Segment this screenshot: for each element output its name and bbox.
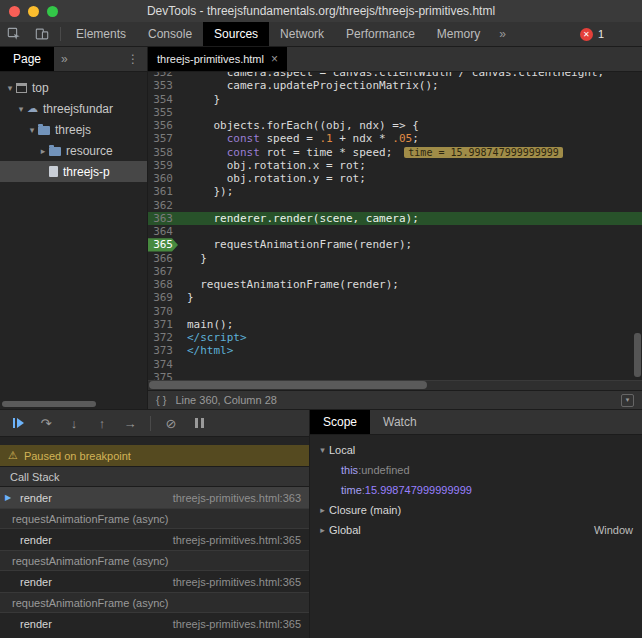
line-number[interactable]: 368 bbox=[148, 278, 178, 291]
call-stack-frame[interactable]: renderthreejs-primitives.html:365 bbox=[0, 613, 309, 634]
tab-watch[interactable]: Watch bbox=[370, 410, 430, 434]
resume-button[interactable] bbox=[4, 410, 32, 436]
pretty-print-button[interactable]: { } bbox=[156, 394, 166, 406]
tab-elements[interactable]: Elements bbox=[65, 22, 137, 46]
disclosure-closed-icon[interactable]: ▸ bbox=[316, 525, 329, 535]
close-tab-icon[interactable]: × bbox=[271, 52, 278, 66]
code-text[interactable] bbox=[178, 305, 187, 318]
line-number[interactable]: 355 bbox=[148, 106, 178, 119]
error-badge[interactable]: ✕ 1 bbox=[580, 22, 642, 46]
line-number[interactable]: 356 bbox=[148, 119, 178, 132]
deactivate-breakpoints-button[interactable]: ⊘ bbox=[157, 410, 185, 436]
tree-item-resources-folder[interactable]: ▸resource bbox=[0, 140, 147, 161]
tree-item-threejs-folder[interactable]: ▾threejs bbox=[0, 119, 147, 140]
editor-horizontal-scrollbar[interactable] bbox=[148, 380, 642, 390]
code-text[interactable] bbox=[178, 225, 187, 238]
code-text[interactable]: main(); bbox=[178, 318, 233, 331]
call-stack-async-row[interactable]: requestAnimationFrame (async) bbox=[0, 592, 309, 613]
code-text[interactable]: objects.forEach((obj, ndx) => { bbox=[178, 119, 419, 132]
line-number[interactable]: 358 bbox=[148, 146, 178, 159]
line-number[interactable]: 352 bbox=[148, 72, 178, 79]
navigator-menu-icon[interactable]: ⋮ bbox=[127, 52, 140, 66]
disclosure-open-icon[interactable]: ▾ bbox=[15, 104, 27, 114]
code-text[interactable] bbox=[178, 265, 187, 278]
tree-item-current-file[interactable]: threejs-p bbox=[0, 161, 147, 182]
code-text[interactable] bbox=[178, 106, 187, 119]
editor-vertical-scrollbar[interactable] bbox=[634, 333, 641, 377]
line-number[interactable]: 357 bbox=[148, 132, 178, 145]
code-text[interactable]: } bbox=[178, 291, 194, 304]
line-number[interactable]: 373 bbox=[148, 344, 178, 357]
line-number[interactable]: 369 bbox=[148, 291, 178, 304]
code-text[interactable] bbox=[178, 199, 187, 212]
disclosure-open-icon[interactable]: ▾ bbox=[316, 445, 329, 455]
breakpoint-marker[interactable]: 365 bbox=[148, 238, 178, 251]
editor-tab-threejs-primitives[interactable]: threejs-primitives.html × bbox=[148, 47, 287, 71]
line-number[interactable]: 363 bbox=[148, 212, 178, 225]
navigator-more-tabs-chevron-icon[interactable]: » bbox=[61, 52, 68, 66]
code-editor[interactable]: 352 camera.aspect = canvas.clientWidth /… bbox=[148, 72, 642, 390]
code-text[interactable]: const rot = time * speed;time = 15.99874… bbox=[178, 146, 563, 159]
line-number[interactable]: 364 bbox=[148, 225, 178, 238]
tab-network[interactable]: Network bbox=[269, 22, 335, 46]
minimize-window-button[interactable] bbox=[28, 6, 39, 17]
code-text[interactable]: camera.aspect = canvas.clientWidth / can… bbox=[178, 72, 604, 79]
call-stack-frame[interactable]: renderthreejs-primitives.html:365 bbox=[0, 571, 309, 592]
line-number[interactable]: 354 bbox=[148, 93, 178, 106]
line-number[interactable]: 360 bbox=[148, 172, 178, 185]
code-text[interactable]: } bbox=[178, 93, 220, 106]
zoom-window-button[interactable] bbox=[47, 6, 58, 17]
editor-overflow-menu-icon[interactable]: ▾ bbox=[621, 394, 634, 407]
code-text[interactable]: renderer.render(scene, camera); bbox=[178, 212, 419, 225]
call-stack-frame[interactable]: ▶renderthreejs-primitives.html:363 bbox=[0, 487, 309, 508]
line-number[interactable]: 371 bbox=[148, 318, 178, 331]
line-number[interactable]: 372 bbox=[148, 331, 178, 344]
tab-performance[interactable]: Performance bbox=[335, 22, 426, 46]
tab-console[interactable]: Console bbox=[137, 22, 203, 46]
code-text[interactable]: camera.updateProjectionMatrix(); bbox=[178, 79, 439, 92]
disclosure-closed-icon[interactable]: ▸ bbox=[316, 505, 329, 515]
more-panels-chevron-icon[interactable]: » bbox=[491, 22, 514, 46]
line-number[interactable]: 367 bbox=[148, 265, 178, 278]
step-button[interactable]: → bbox=[116, 410, 144, 436]
call-stack-frame[interactable]: renderthreejs-primitives.html:365 bbox=[0, 529, 309, 550]
code-text[interactable]: } bbox=[178, 252, 207, 265]
scope-variable-time[interactable]: time: 15.998747999999999 bbox=[310, 480, 642, 500]
scope-section-closure-main[interactable]: ▸Closure (main) bbox=[310, 500, 642, 520]
line-number[interactable]: 361 bbox=[148, 185, 178, 198]
scope-section-local[interactable]: ▾Local bbox=[310, 440, 642, 460]
tree-item-origin[interactable]: ▾☁threejsfundar bbox=[0, 98, 147, 119]
call-stack-header[interactable]: Call Stack bbox=[0, 466, 309, 487]
step-over-button[interactable]: ↷ bbox=[32, 410, 60, 436]
tab-page[interactable]: Page bbox=[0, 47, 54, 71]
disclosure-open-icon[interactable]: ▾ bbox=[26, 125, 38, 135]
sidebar-horizontal-scrollbar[interactable] bbox=[2, 401, 96, 407]
disclosure-open-icon[interactable]: ▾ bbox=[4, 83, 16, 93]
device-toolbar-button[interactable] bbox=[28, 22, 56, 46]
code-text[interactable] bbox=[178, 358, 187, 371]
line-number[interactable]: 353 bbox=[148, 79, 178, 92]
code-text[interactable]: obj.rotation.y = rot; bbox=[178, 172, 366, 185]
scrollbar-thumb[interactable] bbox=[149, 381, 427, 389]
close-window-button[interactable] bbox=[9, 6, 20, 17]
scope-variable-this[interactable]: this: undefined bbox=[310, 460, 642, 480]
disclosure-closed-icon[interactable]: ▸ bbox=[37, 146, 49, 156]
tab-sources[interactable]: Sources bbox=[203, 22, 269, 46]
tab-memory[interactable]: Memory bbox=[426, 22, 491, 46]
code-text[interactable]: const speed = .1 + ndx * .05; bbox=[178, 132, 419, 145]
code-text[interactable]: </html> bbox=[178, 344, 233, 357]
code-text[interactable]: obj.rotation.x = rot; bbox=[178, 159, 366, 172]
line-number[interactable]: 359 bbox=[148, 159, 178, 172]
scope-section-global[interactable]: ▸GlobalWindow bbox=[310, 520, 642, 540]
code-text[interactable]: }); bbox=[178, 185, 233, 198]
call-stack-async-row[interactable]: requestAnimationFrame (async) bbox=[0, 508, 309, 529]
tab-scope[interactable]: Scope bbox=[310, 410, 370, 434]
code-text[interactable]: </script> bbox=[178, 331, 247, 344]
tree-item-top[interactable]: ▾top bbox=[0, 77, 147, 98]
line-number[interactable]: 370 bbox=[148, 305, 178, 318]
code-text[interactable]: requestAnimationFrame(render); bbox=[178, 278, 399, 291]
line-number[interactable]: 374 bbox=[148, 358, 178, 371]
call-stack-async-row[interactable]: requestAnimationFrame (async) bbox=[0, 550, 309, 571]
line-number[interactable]: 366 bbox=[148, 252, 178, 265]
pause-on-exceptions-button[interactable] bbox=[185, 410, 213, 436]
